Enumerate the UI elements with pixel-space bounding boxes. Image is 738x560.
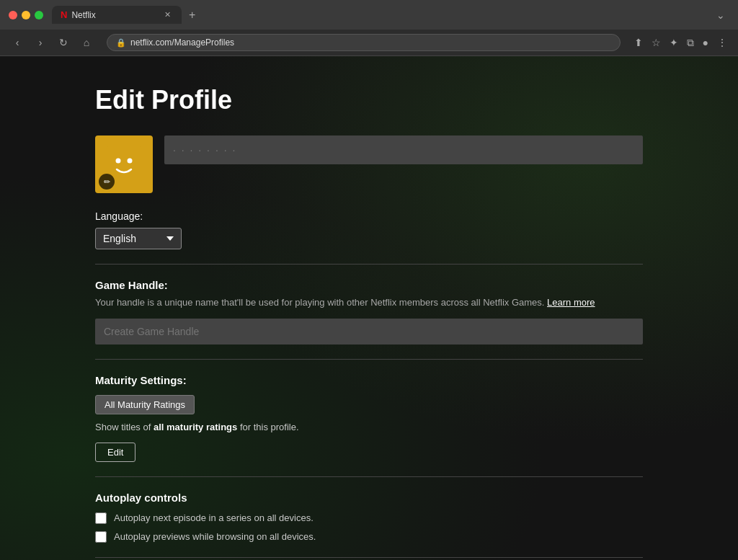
autoplay-next-episode-label: Autoplay next episode in a series on all… — [114, 512, 314, 523]
autoplay-previews-label: Autoplay previews while browsing on all … — [114, 531, 316, 542]
maturity-description: Show titles of all maturity ratings for … — [95, 422, 643, 432]
game-handle-label: Game Handle: — [95, 279, 643, 291]
tab-close-button[interactable]: ✕ — [162, 9, 173, 20]
maturity-desc-bold: all maturity ratings — [154, 422, 237, 432]
svg-point-1 — [116, 159, 121, 164]
page-title: Edit Profile — [95, 85, 643, 115]
more-options-icon[interactable]: ⋮ — [715, 35, 729, 50]
divider-2 — [95, 359, 643, 360]
divider-3 — [95, 476, 643, 477]
maximize-traffic-light[interactable] — [35, 11, 43, 19]
page-inner: Edit Profile ✏ Language: English Spanish… — [81, 56, 657, 560]
profile-avatar[interactable]: ✏ — [95, 135, 153, 193]
close-traffic-light[interactable] — [9, 11, 17, 19]
browser-actions: ⬆ ☆ ✦ ⧉ ● ⋮ — [632, 35, 729, 51]
title-bar: N Netflix ✕ + ⌄ — [0, 0, 738, 30]
extensions-icon[interactable]: ✦ — [667, 35, 680, 50]
share-icon[interactable]: ⬆ — [632, 35, 645, 50]
autoplay-section: Autoplay controls Autoplay next episode … — [95, 492, 643, 543]
lock-icon: 🔒 — [116, 38, 126, 48]
browser-controls-bar: ‹ › ↻ ⌂ 🔒 netflix.com/ManageProfiles ⬆ ☆… — [0, 30, 738, 56]
svg-point-2 — [128, 159, 133, 164]
home-button[interactable]: ⌂ — [78, 34, 95, 51]
autoplay-previews-row: Autoplay previews while browsing on all … — [95, 531, 643, 543]
traffic-lights — [9, 11, 43, 19]
maturity-edit-button[interactable]: Edit — [95, 443, 135, 462]
reload-button[interactable]: ↻ — [55, 34, 72, 51]
autoplay-previews-checkbox[interactable] — [95, 531, 107, 543]
new-tab-button[interactable]: + — [184, 7, 200, 23]
tab-bar: N Netflix ✕ + — [52, 6, 706, 24]
maturity-label: Maturity Settings: — [95, 374, 643, 386]
autoplay-title: Autoplay controls — [95, 492, 643, 504]
divider-4 — [95, 557, 643, 558]
bookmark-icon[interactable]: ☆ — [649, 35, 663, 50]
forward-button[interactable]: › — [32, 34, 49, 51]
window-controls-dropdown[interactable]: ⌄ — [712, 6, 729, 24]
game-handle-input[interactable] — [95, 319, 643, 345]
profile-name-input[interactable] — [164, 135, 643, 164]
profile-icon[interactable]: ● — [701, 35, 711, 50]
address-bar[interactable]: 🔒 netflix.com/ManageProfiles — [107, 34, 621, 51]
learn-more-link[interactable]: Learn more — [547, 297, 595, 308]
language-label: Language: — [95, 210, 643, 222]
profile-section: ✏ — [95, 135, 643, 193]
browser-chrome: N Netflix ✕ + ⌄ ‹ › ↻ ⌂ 🔒 netflix.com/Ma… — [0, 0, 738, 56]
language-section: Language: English Spanish French German … — [95, 210, 643, 249]
back-button[interactable]: ‹ — [9, 34, 26, 51]
edit-avatar-icon[interactable]: ✏ — [99, 174, 115, 190]
language-select[interactable]: English Spanish French German Japanese — [95, 228, 182, 249]
netflix-favicon-icon: N — [61, 9, 67, 20]
minimize-traffic-light[interactable] — [22, 11, 30, 19]
split-view-icon[interactable]: ⧉ — [685, 35, 696, 51]
autoplay-next-episode-row: Autoplay next episode in a series on all… — [95, 512, 643, 524]
game-handle-description: Your handle is a unique name that'll be … — [95, 295, 643, 310]
autoplay-next-episode-checkbox[interactable] — [95, 512, 107, 524]
active-tab[interactable]: N Netflix ✕ — [52, 6, 182, 24]
address-text: netflix.com/ManageProfiles — [130, 37, 234, 48]
game-handle-section: Game Handle: Your handle is a unique nam… — [95, 279, 643, 345]
divider-1 — [95, 264, 643, 265]
maturity-section: Maturity Settings: All Maturity Ratings … — [95, 374, 643, 462]
tab-title-text: Netflix — [71, 10, 95, 20]
maturity-badge: All Maturity Ratings — [95, 395, 195, 414]
page-content: Edit Profile ✏ Language: English Spanish… — [0, 56, 738, 560]
